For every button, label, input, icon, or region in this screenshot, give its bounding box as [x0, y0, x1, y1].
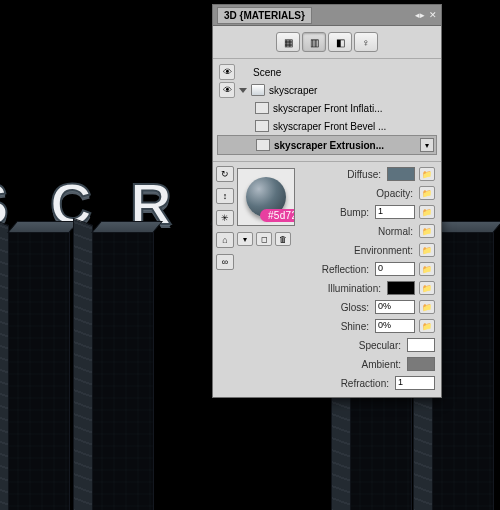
disclosure-icon[interactable] — [239, 88, 247, 93]
label-bump: Bump: — [301, 207, 371, 218]
folder-icon[interactable]: 📁 — [419, 224, 435, 238]
letter-s: S — [0, 170, 36, 228]
label-specular: Specular: — [301, 340, 403, 351]
tab-materials[interactable]: ▥ — [302, 32, 326, 52]
label-shine: Shine: — [301, 321, 371, 332]
tool-column: ↻ ↕ ✳ ⌂ ∞ — [213, 162, 237, 397]
property-list: Diffuse:📁 Opacity:📁 Bump:1📁 Normal:📁 Env… — [299, 162, 441, 397]
diffuse-swatch[interactable] — [387, 167, 415, 181]
label-diffuse: Diffuse: — [301, 169, 383, 180]
tool-light[interactable]: ✳ — [216, 210, 234, 226]
label-reflection: Reflection: — [301, 264, 371, 275]
tab-lights[interactable]: ◧ — [328, 32, 352, 52]
scene-label: Scene — [253, 67, 281, 78]
folder-icon[interactable]: 📁 — [419, 205, 435, 219]
illumination-swatch[interactable] — [387, 281, 415, 295]
folder-icon[interactable]: 📁 — [419, 186, 435, 200]
hex-callout: #5d727e — [260, 209, 295, 222]
folder-icon[interactable]: 📁 — [419, 300, 435, 314]
material-icon — [255, 120, 269, 132]
material-row-selected[interactable]: skyscraper Extrusion... ▾ — [217, 135, 437, 155]
label-illum: Illumination: — [301, 283, 383, 294]
folder-icon[interactable]: 📁 — [419, 281, 435, 295]
scene-root-row[interactable]: 👁 Scene — [217, 63, 437, 81]
label-opacity: Opacity: — [301, 188, 415, 199]
panel-close-icon[interactable]: ✕ — [429, 10, 437, 20]
specular-swatch[interactable] — [407, 338, 435, 352]
shine-input[interactable]: 0% — [375, 319, 415, 333]
label-normal: Normal: — [301, 226, 415, 237]
letter-c: C — [50, 170, 116, 228]
extrusion-pillar — [6, 230, 70, 510]
scene-group-row[interactable]: 👁 skyscraper — [217, 81, 437, 99]
panel-titlebar[interactable]: 3D {MATERIALS} ◂▸ ✕ — [213, 5, 441, 26]
label-env: Environment: — [301, 245, 415, 256]
visibility-toggle[interactable]: 👁 — [219, 82, 235, 98]
material-icon — [255, 102, 269, 114]
folder-icon[interactable]: 📁 — [419, 262, 435, 276]
mesh-icon — [251, 84, 265, 96]
panel-title: 3D {MATERIALS} — [217, 7, 312, 24]
label-refraction: Refraction: — [301, 378, 391, 389]
gloss-input[interactable]: 0% — [375, 300, 415, 314]
preview-trash[interactable]: 🗑 — [275, 232, 291, 246]
reflection-input[interactable]: 0 — [375, 262, 415, 276]
label-gloss: Gloss: — [301, 302, 371, 313]
visibility-toggle[interactable]: 👁 — [219, 64, 235, 80]
material-row[interactable]: skyscraper Front Inflati... — [217, 99, 437, 117]
extrusion-pillar — [90, 230, 154, 510]
chevron-down-icon[interactable]: ▾ — [420, 138, 434, 152]
materials-panel: 3D {MATERIALS} ◂▸ ✕ ▦ ▥ ◧ ♀ 👁 Scene 👁 sk… — [212, 4, 442, 398]
label-ambient: Ambient: — [301, 359, 403, 370]
letter-r: R — [130, 170, 196, 228]
scene-tree: 👁 Scene 👁 skyscraper skyscraper Front In… — [213, 59, 441, 162]
folder-icon[interactable]: 📁 — [419, 243, 435, 257]
group-label: skyscraper — [269, 85, 317, 96]
material-preview[interactable]: #5d727e — [237, 168, 295, 226]
material-properties: ↻ ↕ ✳ ⌂ ∞ #5d727e ▾ ◻ 🗑 Diffuse:📁 Opacit… — [213, 162, 441, 397]
refraction-input[interactable]: 1 — [395, 376, 435, 390]
tool-home[interactable]: ⌂ — [216, 232, 234, 248]
material-row[interactable]: skyscraper Front Bevel ... — [217, 117, 437, 135]
bump-input[interactable]: 1 — [375, 205, 415, 219]
material-icon — [256, 139, 270, 151]
preview-picker[interactable]: ▾ — [237, 232, 253, 246]
ambient-swatch[interactable] — [407, 357, 435, 371]
preview-new[interactable]: ◻ — [256, 232, 272, 246]
filter-tabs: ▦ ▥ ◧ ♀ — [213, 26, 441, 59]
tab-scene[interactable]: ♀ — [354, 32, 378, 52]
folder-icon[interactable]: 📁 — [419, 167, 435, 181]
tool-rotate[interactable]: ↻ — [216, 166, 234, 182]
material-label: skyscraper Front Inflati... — [273, 103, 382, 114]
tab-mesh[interactable]: ▦ — [276, 32, 300, 52]
material-label: skyscraper Extrusion... — [274, 140, 384, 151]
panel-collapse-icon[interactable]: ◂▸ — [415, 10, 425, 20]
material-label: skyscraper Front Bevel ... — [273, 121, 386, 132]
folder-icon[interactable]: 📁 — [419, 319, 435, 333]
tool-link[interactable]: ∞ — [216, 254, 234, 270]
tool-pan[interactable]: ↕ — [216, 188, 234, 204]
